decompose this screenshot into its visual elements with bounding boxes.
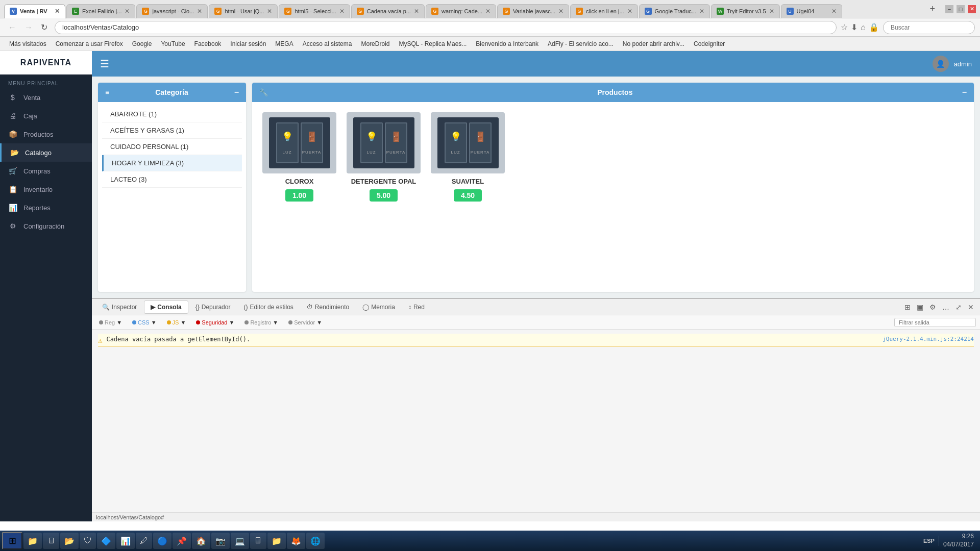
taskbar-app-4[interactable]: 🔷	[97, 533, 115, 549]
browser-tab-t7[interactable]: Gwarning: Cade...✕	[426, 4, 496, 18]
taskbar-app-8[interactable]: 📌	[173, 533, 191, 549]
reload-button[interactable]: ↻	[38, 21, 51, 33]
sidebar-item-productos[interactable]: 📦Productos	[0, 125, 92, 143]
products-minimize-btn[interactable]: −	[962, 88, 967, 97]
url-input[interactable]	[55, 21, 837, 34]
tab-close-btn[interactable]: ✕	[699, 8, 704, 15]
taskbar-app-9[interactable]: 🏠	[192, 533, 210, 549]
devtools-expand-btn[interactable]: ⤢	[953, 302, 964, 312]
product-card-suavitel[interactable]: 💡 LUZ 🚪 PUERTA SUAVITEL 4.50	[431, 112, 505, 202]
back-button[interactable]: ←	[5, 22, 19, 33]
taskbar-app-12[interactable]: 🖩	[250, 533, 266, 549]
devtools-dock-btn[interactable]: ⊞	[902, 302, 913, 312]
filter-reg[interactable]: Reg▼	[96, 318, 125, 327]
category-item-hogar[interactable]: HOGAR Y LIMPIEZA (3)	[102, 155, 242, 171]
new-tab-button[interactable]: +	[925, 4, 939, 14]
category-minimize-btn[interactable]: −	[234, 88, 239, 97]
taskbar-app-2[interactable]: 📂	[60, 533, 79, 549]
taskbar-app-3[interactable]: 🛡	[80, 533, 96, 549]
tab-close-btn[interactable]: ✕	[125, 8, 130, 15]
sidebar-item-caja[interactable]: 🖨Caja	[0, 107, 92, 125]
browser-tab-t5[interactable]: Ghtml5 - Selecci...✕	[279, 4, 350, 18]
browser-tab-t2[interactable]: EExcel Fallido |...✕	[66, 4, 135, 18]
search-input[interactable]	[883, 21, 975, 34]
browser-tab-t12[interactable]: UUgel04✕	[781, 4, 842, 18]
filter-registro[interactable]: Registro▼	[241, 318, 281, 327]
tab-close-btn[interactable]: ✕	[197, 8, 202, 15]
download-icon[interactable]: ⬇	[851, 22, 857, 32]
category-item-abarrote[interactable]: ABARROTE (1)	[102, 106, 242, 122]
taskbar-app-7[interactable]: 🔵	[153, 533, 172, 549]
bookmark-más-visitados[interactable]: Más visitados	[5, 39, 51, 48]
home-icon[interactable]: ⌂	[861, 23, 866, 32]
tab-close-btn[interactable]: ✕	[831, 8, 837, 15]
devtools-tab-inspector[interactable]: 🔍Inspector	[96, 300, 143, 314]
taskbar-app-1[interactable]: 🖥	[43, 533, 59, 549]
taskbar-app-5[interactable]: 📊	[116, 533, 135, 549]
bookmark-mysql---replica-maes...[interactable]: MySQL - Replica Maes...	[395, 39, 471, 48]
devtools-tab-depurador[interactable]: {}Depurador	[189, 300, 237, 314]
filter-css[interactable]: CSS▼	[129, 318, 160, 327]
bookmark-star-icon[interactable]: ☆	[841, 22, 848, 32]
browser-tab-t4[interactable]: Ghtml - Usar jQ...✕	[209, 4, 278, 18]
category-item-cuidado[interactable]: CUIDADO PERSONAL (1)	[102, 139, 242, 155]
sidebar-item-configuracion[interactable]: ⚙Configuración	[0, 217, 92, 235]
tab-close-btn[interactable]: ✕	[558, 8, 564, 15]
browser-tab-t10[interactable]: GGoogle Traduc...✕	[639, 4, 710, 18]
maximize-button[interactable]: □	[957, 5, 965, 13]
devtools-close-btn[interactable]: ✕	[966, 302, 976, 312]
bookmark-google[interactable]: Google	[128, 39, 156, 48]
product-card-clorox[interactable]: 💡 LUZ 🚪 PUERTA CLOROX 1.00	[262, 112, 336, 202]
close-button[interactable]: ✕	[968, 5, 976, 13]
bookmark-codeigniter[interactable]: Codeigniter	[690, 39, 729, 48]
bookmark-adfly---el-servicio-aco...[interactable]: AdFly - El servicio aco...	[544, 39, 618, 48]
tab-close-btn[interactable]: ✕	[55, 8, 60, 15]
bookmark-mega[interactable]: MEGA	[271, 39, 297, 48]
browser-tab-t3[interactable]: Gjavascript - Clo...✕	[136, 4, 208, 18]
tab-close-btn[interactable]: ✕	[414, 8, 419, 15]
hamburger-icon[interactable]: ☰	[100, 58, 109, 70]
taskbar-app-10[interactable]: 📷	[211, 533, 230, 549]
sidebar-item-venta[interactable]: $Venta	[0, 88, 92, 107]
browser-tab-t11[interactable]: WTryit Editor v3.5✕	[711, 4, 780, 18]
category-item-aceites[interactable]: ACEÍTES Y GRASAS (1)	[102, 122, 242, 139]
product-card-detergente[interactable]: 💡 LUZ 🚪 PUERTA DETERGENTE OPAL 5.00	[347, 112, 421, 202]
category-item-lacteo[interactable]: LACTEO (3)	[102, 171, 242, 188]
bookmark-comenzar-a-usar-firefox[interactable]: Comenzar a usar Firefox	[52, 39, 127, 48]
tab-close-btn[interactable]: ✕	[485, 8, 491, 15]
devtools-tab-rendimiento[interactable]: ⏱Rendimiento	[301, 300, 355, 314]
browser-tab-t1[interactable]: VVenta | RV✕	[4, 4, 65, 18]
bookmark-facebook[interactable]: Facebook	[190, 39, 226, 48]
devtools-tab-red[interactable]: ↕Red	[402, 300, 431, 314]
sidebar-item-compras[interactable]: 🛒Compras	[0, 162, 92, 180]
devtools-tab-memoria[interactable]: ◯Memoria	[356, 300, 401, 314]
forward-button[interactable]: →	[21, 22, 36, 33]
tab-close-btn[interactable]: ✕	[267, 8, 272, 15]
bookmark-iniciar-sesión[interactable]: Iniciar sesión	[226, 39, 270, 48]
taskbar-app-11[interactable]: 💻	[231, 533, 249, 549]
console-source[interactable]: jQuery-2.1.4.min.js:2:24214	[883, 336, 974, 342]
filter-seguridad[interactable]: Seguridad▼	[193, 318, 237, 327]
taskbar-app-13[interactable]: 📁	[267, 533, 286, 549]
taskbar-app-14[interactable]: 🦊	[287, 533, 305, 549]
tab-close-btn[interactable]: ✕	[627, 8, 632, 15]
browser-tab-t9[interactable]: Gclick en li en j...✕	[570, 4, 638, 18]
sidebar-item-reportes[interactable]: 📊Reportes	[0, 198, 92, 217]
bookmark-bienvenido-a-interbank[interactable]: Bienvenido a Interbank	[472, 39, 543, 48]
taskbar-app-15[interactable]: 🌐	[306, 533, 325, 549]
sidebar-item-inventario[interactable]: 📋Inventario	[0, 180, 92, 198]
taskbar-app-6[interactable]: 🖊	[136, 533, 152, 549]
devtools-filter-input[interactable]	[894, 318, 976, 327]
taskbar-app-0[interactable]: 📁	[23, 533, 42, 549]
tab-close-btn[interactable]: ✕	[339, 8, 345, 15]
devtools-more-btn[interactable]: …	[940, 302, 951, 312]
devtools-tab-editor-de-estilos[interactable]: ()Editor de estilos	[237, 300, 299, 314]
start-button[interactable]: ⊞	[2, 532, 22, 549]
sidebar-item-catalogo[interactable]: 📂Catalogo	[0, 143, 92, 162]
browser-tab-t6[interactable]: GCadena vacía p...✕	[351, 4, 425, 18]
filter-js[interactable]: JS▼	[164, 318, 189, 327]
tab-close-btn[interactable]: ✕	[769, 8, 774, 15]
bookmark-no-poder-abrir-archiv...[interactable]: No poder abrir archiv...	[619, 39, 689, 48]
devtools-side-btn[interactable]: ▣	[915, 302, 925, 312]
bookmark-moredroid[interactable]: MoreDroid	[357, 39, 394, 48]
